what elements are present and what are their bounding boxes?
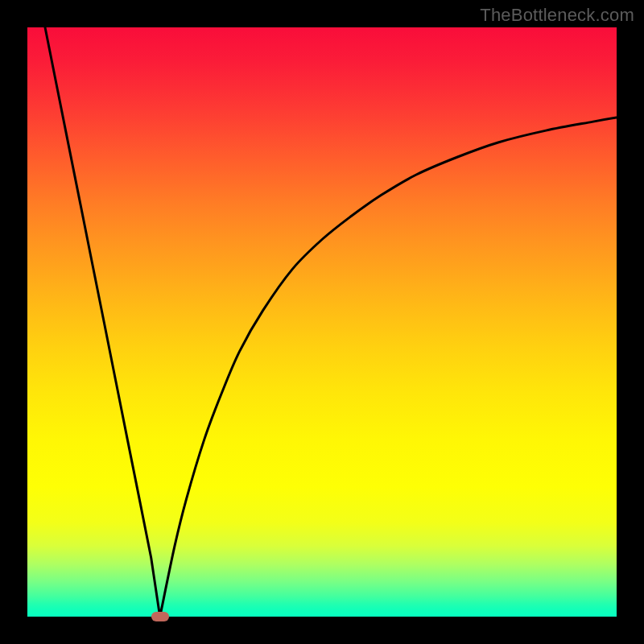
curve-layer (27, 27, 617, 617)
left-branch-line (45, 27, 160, 617)
watermark-text: TheBottleneck.com (480, 5, 634, 26)
chart-frame: TheBottleneck.com (0, 0, 644, 644)
plot-area (27, 27, 617, 617)
right-branch-line (160, 118, 617, 617)
minimum-marker (151, 612, 169, 621)
